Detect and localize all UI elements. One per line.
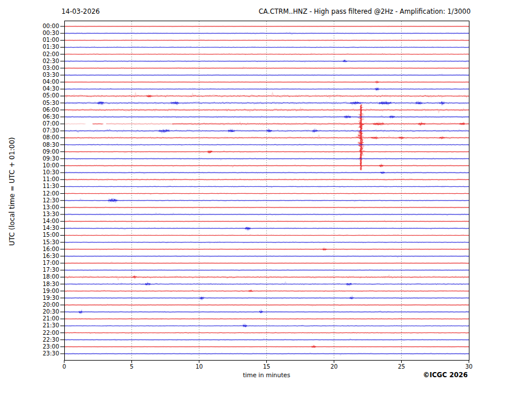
y-tick-label-17:30: 17:30	[42, 267, 59, 273]
helicorder-screenshot: 14-03-2026 CA.CTRM..HNZ - High pass filt…	[0, 0, 532, 399]
y-tick-label-13:00: 13:00	[42, 204, 59, 211]
x-tick-label-25: 25	[391, 363, 412, 370]
y-tick-label-06:00: 06:00	[42, 107, 59, 114]
y-tick-label-23:30: 23:30	[42, 350, 59, 357]
y-tick-label-18:30: 18:30	[42, 281, 59, 288]
y-tick-label-07:30: 07:30	[42, 127, 59, 134]
y-tick-label-12:30: 12:30	[42, 197, 59, 204]
y-tick-label-12:00: 12:00	[42, 190, 59, 197]
x-axis-title: time in minutes	[64, 371, 469, 378]
y-tick-label-10:30: 10:30	[42, 169, 59, 176]
y-tick-label-04:30: 04:30	[42, 85, 59, 92]
gridlines	[132, 21, 402, 359]
y-tick-label-11:30: 11:30	[42, 183, 59, 190]
y-tick-label-08:00: 08:00	[42, 134, 59, 141]
copyright-label: ©ICGC 2026	[423, 371, 468, 379]
y-tick-label-16:30: 16:30	[42, 253, 59, 260]
y-tick-label-02:00: 02:00	[42, 51, 59, 58]
y-tick-label-03:00: 03:00	[42, 65, 59, 72]
y-tick-label-08:30: 08:30	[42, 142, 59, 148]
y-tick-label-06:30: 06:30	[42, 114, 59, 120]
y-tick-label-10:00: 10:00	[42, 162, 59, 169]
y-tick-label-20:00: 20:00	[42, 302, 59, 308]
y-tick-label-22:00: 22:00	[42, 330, 59, 337]
y-tick-label-20:30: 20:30	[42, 308, 59, 315]
y-tick-label-01:00: 01:00	[42, 37, 59, 44]
y-tick-label-19:30: 19:30	[42, 295, 59, 302]
x-tick-label-0: 0	[54, 363, 75, 370]
y-tick-label-09:00: 09:00	[42, 148, 59, 155]
y-tick-label-01:30: 01:30	[42, 44, 59, 50]
y-tick-label-18:00: 18:00	[42, 273, 59, 280]
y-tick-label-00:00: 00:00	[42, 23, 59, 30]
x-tick-label-15: 15	[257, 363, 277, 370]
y-tick-label-11:00: 11:00	[42, 176, 59, 183]
y-tick-label-21:00: 21:00	[42, 315, 59, 322]
y-tick-label-09:30: 09:30	[42, 155, 59, 162]
y-tick-label-02:30: 02:30	[42, 58, 59, 65]
y-tick-label-17:00: 17:00	[42, 260, 59, 267]
y-tick-label-05:00: 05:00	[42, 92, 59, 99]
y-tick-label-16:00: 16:00	[42, 246, 59, 253]
y-tick-label-15:00: 15:00	[42, 232, 59, 238]
y-tick-label-14:30: 14:30	[42, 225, 59, 232]
x-tick-label-5: 5	[122, 363, 142, 370]
y-tick-label-07:00: 07:00	[42, 120, 59, 127]
y-tick-label-00:30: 00:30	[42, 30, 59, 37]
x-tick-label-20: 20	[324, 363, 344, 370]
y-tick-label-21:30: 21:30	[42, 322, 59, 329]
x-tick-label-10: 10	[189, 363, 209, 370]
y-tick-label-15:30: 15:30	[42, 239, 59, 246]
y-tick-label-04:00: 04:00	[42, 79, 59, 85]
x-tick-label-30: 30	[459, 363, 479, 370]
y-tick-label-23:00: 23:00	[42, 343, 59, 350]
y-tick-label-03:30: 03:30	[42, 72, 59, 79]
y-tick-label-14:00: 14:00	[42, 218, 59, 225]
helicorder-plot	[0, 0, 532, 399]
y-tick-label-13:30: 13:30	[42, 211, 59, 218]
y-tick-label-05:30: 05:30	[42, 100, 59, 107]
y-tick-label-19:00: 19:00	[42, 288, 59, 295]
y-tick-label-22:30: 22:30	[42, 337, 59, 343]
